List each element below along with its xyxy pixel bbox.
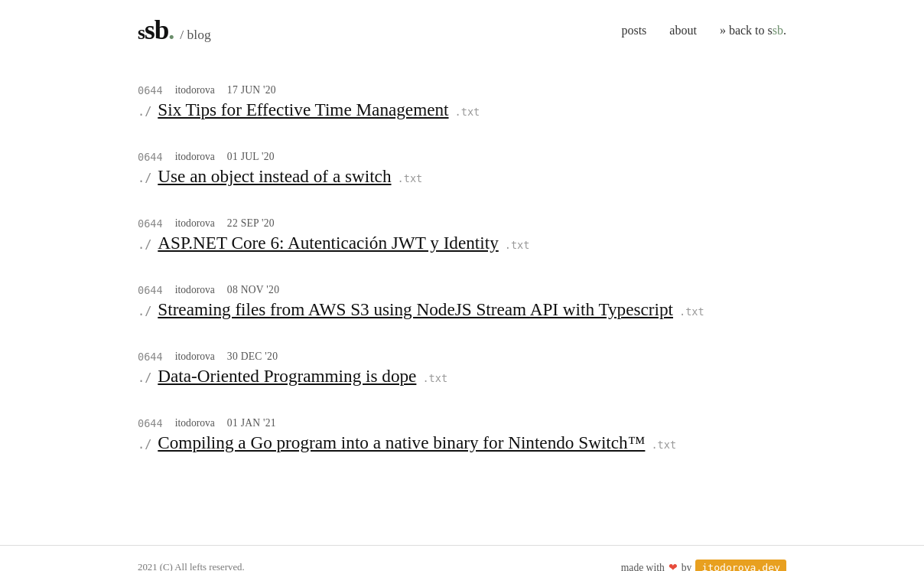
post-meta: 0644 itodorova 22 SEP '20 xyxy=(138,217,786,230)
post-title-row: ./ Data-Oriented Programming is dope .tx… xyxy=(138,366,786,387)
post-date: 01 JAN '21 xyxy=(227,417,276,429)
post-ext: .txt xyxy=(422,372,447,384)
main-content: 0644 itodorova 17 JUN '20 ./ Six Tips fo… xyxy=(0,61,924,530)
post-id: 0644 xyxy=(138,217,163,230)
post-title-link[interactable]: Six Tips for Effective Time Management xyxy=(158,100,448,120)
post-meta: 0644 itodorova 01 JUL '20 xyxy=(138,151,786,163)
post-ext: .txt xyxy=(455,106,480,118)
post-author: itodorova xyxy=(175,84,215,96)
post-meta: 0644 itodorova 17 JUN '20 xyxy=(138,84,786,96)
post-prefix: ./ xyxy=(138,105,151,119)
logo-ssb: sb xyxy=(145,15,168,45)
logo-area: ssb. / blog xyxy=(138,15,211,46)
post-meta: 0644 itodorova 08 NOV '20 xyxy=(138,284,786,296)
post-id: 0644 xyxy=(138,417,163,429)
post-title-row: ./ Six Tips for Effective Time Managemen… xyxy=(138,100,786,120)
post-prefix: ./ xyxy=(138,238,151,252)
post-author: itodorova xyxy=(175,284,215,296)
post-ext: .txt xyxy=(398,172,423,184)
post-prefix: ./ xyxy=(138,438,151,452)
footer-author-link[interactable]: itodorova.dev xyxy=(695,560,786,571)
post-prefix: ./ xyxy=(138,371,151,385)
site-header: ssb. / blog posts about » back to ssb. xyxy=(0,0,924,61)
post-date: 17 JUN '20 xyxy=(227,84,276,96)
nav-back-ssb: sb xyxy=(773,24,783,37)
nav-posts[interactable]: posts xyxy=(621,24,646,38)
post-id: 0644 xyxy=(138,351,163,363)
post-title-link[interactable]: Compiling a Go program into a native bin… xyxy=(158,432,645,453)
post-item: 0644 itodorova 01 JUL '20 ./ Use an obje… xyxy=(138,151,786,194)
post-author: itodorova xyxy=(175,151,215,163)
post-title-link[interactable]: Use an object instead of a switch xyxy=(158,166,391,187)
post-author: itodorova xyxy=(175,351,215,363)
post-prefix: ./ xyxy=(138,171,151,185)
post-date: 30 DEC '20 xyxy=(227,351,278,363)
posts-list: 0644 itodorova 17 JUN '20 ./ Six Tips fo… xyxy=(138,84,786,461)
footer-copyright: 2021 (C) All lefts reserved. xyxy=(138,562,245,571)
post-item: 0644 itodorova 08 NOV '20 ./ Streaming f… xyxy=(138,284,786,328)
post-meta: 0644 itodorova 01 JAN '21 xyxy=(138,417,786,429)
post-date: 08 NOV '20 xyxy=(227,284,279,296)
post-date: 22 SEP '20 xyxy=(227,217,275,230)
post-author: itodorova xyxy=(175,417,215,429)
post-id: 0644 xyxy=(138,151,163,163)
logo-brand: ssb. xyxy=(138,15,174,46)
logo-s: s xyxy=(138,21,145,44)
post-prefix: ./ xyxy=(138,305,151,318)
post-ext: .txt xyxy=(505,239,530,251)
footer-made-with: made with ❤ by itodorova.dev xyxy=(621,560,786,571)
post-ext: .txt xyxy=(651,439,676,451)
post-title-row: ./ Streaming files from AWS S3 using Nod… xyxy=(138,299,786,320)
main-nav: posts about » back to ssb. xyxy=(621,24,786,38)
post-item: 0644 itodorova 17 JUN '20 ./ Six Tips fo… xyxy=(138,84,786,128)
post-item: 0644 itodorova 30 DEC '20 ./ Data-Orient… xyxy=(138,351,786,394)
post-title-link[interactable]: Streaming files from AWS S3 using NodeJS… xyxy=(158,299,673,320)
post-item: 0644 itodorova 01 JAN '21 ./ Compiling a… xyxy=(138,417,786,461)
post-title-row: ./ Use an object instead of a switch .tx… xyxy=(138,166,786,187)
post-id: 0644 xyxy=(138,84,163,96)
footer-made-text: made with xyxy=(621,562,665,572)
post-meta: 0644 itodorova 30 DEC '20 xyxy=(138,351,786,363)
post-title-row: ./ ASP.NET Core 6: Autenticación JWT y I… xyxy=(138,233,786,253)
nav-about[interactable]: about xyxy=(669,24,697,38)
post-ext: .txt xyxy=(679,305,704,318)
nav-back[interactable]: » back to ssb. xyxy=(720,24,786,38)
post-id: 0644 xyxy=(138,284,163,296)
footer-heart-icon: ❤ xyxy=(669,561,678,571)
post-title-link[interactable]: Data-Oriented Programming is dope xyxy=(158,366,416,387)
logo-slash-blog: / blog xyxy=(180,27,211,43)
footer-by-text: by xyxy=(682,562,692,572)
post-title-link[interactable]: ASP.NET Core 6: Autenticación JWT y Iden… xyxy=(158,233,498,253)
site-footer: 2021 (C) All lefts reserved. made with ❤… xyxy=(0,545,924,571)
post-author: itodorova xyxy=(175,217,215,230)
post-item: 0644 itodorova 22 SEP '20 ./ ASP.NET Cor… xyxy=(138,217,786,261)
post-title-row: ./ Compiling a Go program into a native … xyxy=(138,432,786,453)
logo-dot: . xyxy=(168,17,174,44)
post-date: 01 JUL '20 xyxy=(227,151,275,163)
